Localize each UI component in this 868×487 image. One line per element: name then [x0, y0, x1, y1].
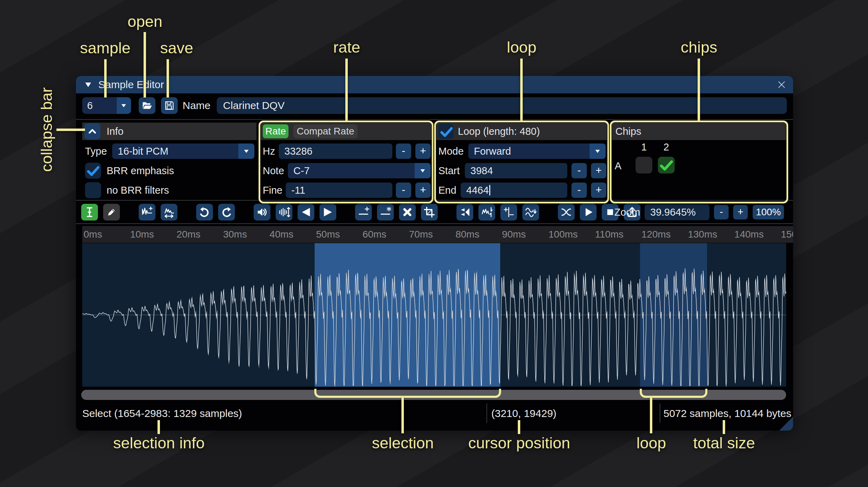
annotation-save: save — [160, 39, 193, 57]
sample-number-select[interactable]: 6 — [82, 97, 131, 114]
ruler-label: 20ms — [177, 226, 200, 243]
wave-height-icon — [278, 206, 290, 218]
timeline-ruler[interactable]: 0ms10ms20ms30ms40ms50ms60ms70ms80ms90ms1… — [82, 226, 793, 243]
toolbar-insert-silence-button[interactable] — [355, 204, 372, 221]
zoom-out-button[interactable]: - — [714, 205, 729, 219]
open-sample-button[interactable] — [139, 97, 155, 114]
ruler-label: 100ms — [548, 226, 578, 243]
separator — [76, 200, 793, 201]
redo-icon — [220, 206, 233, 218]
brr-emphasis-checkbox[interactable] — [85, 163, 101, 179]
hz-input[interactable]: 33286 — [279, 144, 392, 159]
loop-start-decrement-button[interactable]: - — [571, 163, 587, 178]
ruler-label: 50ms — [316, 226, 340, 243]
play-icon — [582, 206, 594, 218]
silence-plus-icon — [357, 206, 370, 218]
chip-enable-checkbox[interactable] — [658, 157, 675, 173]
zoom-in-button[interactable]: + — [733, 205, 748, 219]
waveform-canvas[interactable] — [82, 243, 786, 387]
annotation-open: open — [128, 13, 162, 31]
no-brr-filters-checkbox[interactable] — [85, 182, 101, 198]
toolbar-reverse-button[interactable] — [456, 204, 473, 221]
fine-input[interactable]: -11 — [286, 183, 392, 198]
tab-compat-rate[interactable]: Compat Rate — [293, 124, 358, 138]
toolbar-trim-button[interactable] — [421, 204, 438, 221]
toolbar-redo-button[interactable] — [218, 204, 235, 221]
info-panel-title: Info — [107, 123, 123, 140]
loop-start-increment-button[interactable]: + — [591, 163, 606, 178]
toolbar-filter-button[interactable] — [522, 204, 539, 221]
check-icon — [85, 163, 101, 179]
rate-panel: Rate Compat Rate Hz 33286 - + Note C-7 F… — [261, 123, 431, 201]
annotation-selection-info: selection info — [113, 434, 205, 452]
wave-plus-icon — [141, 206, 153, 218]
silence-star-icon — [379, 206, 392, 218]
loop-end-input[interactable]: 4464 — [461, 183, 567, 198]
save-sample-button[interactable] — [161, 97, 178, 114]
toolbar-apply-silence-button[interactable] — [377, 204, 394, 221]
chips-panel-header: Chips — [612, 123, 786, 140]
hz-decrement-button[interactable]: - — [396, 144, 411, 159]
loop-mode-value: Forward — [468, 144, 590, 159]
sample-number-dropdown-arrow[interactable] — [117, 97, 131, 114]
chevron-down-icon — [120, 102, 127, 109]
delete-x-icon — [401, 206, 414, 218]
sample-name-input[interactable]: Clarinet DQV — [217, 97, 787, 114]
toolbar-preview-button[interactable] — [580, 204, 597, 221]
window-collapse-triangle-icon[interactable] — [84, 80, 93, 89]
collapse-bar-button[interactable] — [84, 123, 100, 139]
toolbar-select-button[interactable] — [81, 204, 98, 221]
horizontal-scrollbar[interactable] — [81, 390, 786, 400]
tab-rate[interactable]: Rate — [263, 124, 289, 138]
close-icon[interactable] — [776, 79, 787, 90]
annotation-loop-top: loop — [507, 38, 536, 56]
fine-decrement-button[interactable]: - — [396, 183, 411, 198]
titlebar[interactable]: Sample Editor — [76, 76, 793, 93]
toolbar-sign-button[interactable] — [500, 204, 517, 221]
toolbar-draw-button[interactable] — [103, 204, 120, 221]
toolbar-resample-button[interactable] — [161, 204, 177, 221]
invert-icon — [481, 206, 493, 218]
type-label: Type — [85, 143, 107, 160]
toolbar-normalize-button[interactable] — [276, 204, 292, 221]
toolbar-undo-button[interactable] — [196, 204, 213, 221]
toolbar-fade-in-button[interactable] — [298, 204, 314, 221]
ruler-label: 60ms — [362, 226, 386, 243]
toolbar-resize-button[interactable] — [139, 204, 155, 221]
toolbar-fade-out-button[interactable] — [320, 204, 336, 221]
ruler-label: 150ms — [781, 226, 793, 243]
sample-type-select[interactable]: 16-bit PCM — [112, 144, 254, 159]
status-total-size: 5072 samples, 10144 bytes — [663, 405, 791, 422]
annotation-total-size: total size — [693, 434, 755, 452]
separator — [76, 119, 793, 120]
loop-start-input[interactable]: 3984 — [465, 163, 567, 178]
loop-end-decrement-button[interactable]: - — [571, 183, 587, 198]
chips-panel: Chips 12A — [612, 123, 786, 201]
folder-open-icon — [141, 100, 153, 111]
toolbar-amplify-button[interactable] — [254, 204, 270, 221]
zoom-input[interactable]: 39.9645% — [645, 204, 709, 220]
sample-number-value: 6 — [82, 97, 117, 114]
fine-increment-button[interactable]: + — [415, 183, 431, 198]
chip-enable-checkbox[interactable] — [636, 157, 652, 173]
annotation-sample: sample — [80, 39, 130, 57]
hz-increment-button[interactable]: + — [415, 144, 431, 159]
loop-end-label: End — [438, 182, 456, 199]
annotation-cursor-position: cursor position — [468, 434, 570, 452]
annotation-rate: rate — [333, 38, 360, 56]
sample-type-value: 16-bit PCM — [112, 144, 238, 159]
annotation-loop-bottom: loop — [636, 434, 666, 452]
chip-column-label: 1 — [636, 141, 652, 153]
name-label: Name — [183, 97, 210, 114]
loop-mode-select[interactable]: Forward — [468, 144, 606, 159]
loop-end-increment-button[interactable]: + — [591, 183, 606, 198]
toolbar-crossfade-loop-button[interactable] — [558, 204, 575, 221]
note-select[interactable]: C-7 — [288, 163, 431, 178]
hz-label: Hz — [263, 143, 275, 160]
ruler-label: 30ms — [223, 226, 247, 243]
zoom-reset-button[interactable]: 100% — [753, 205, 784, 219]
toolbar-delete-button[interactable] — [399, 204, 416, 221]
loop-enable-checkbox[interactable] — [438, 124, 454, 139]
toolbar-invert-button[interactable] — [478, 204, 495, 221]
waveform-display[interactable] — [82, 243, 786, 387]
